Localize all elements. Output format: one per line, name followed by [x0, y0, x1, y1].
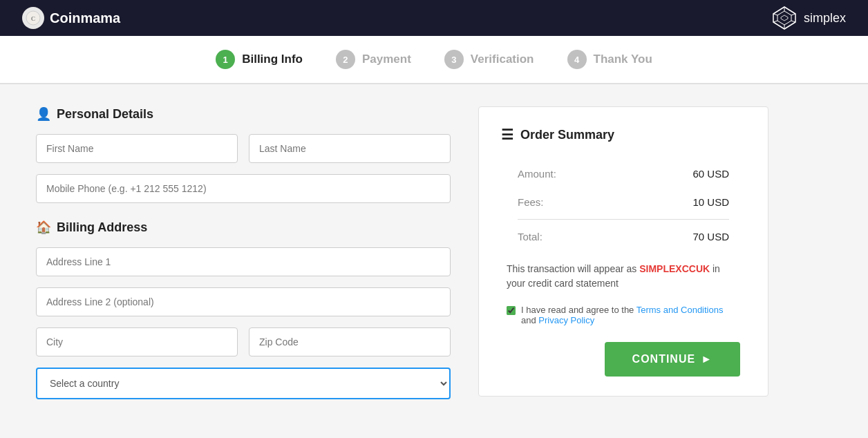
terms-link[interactable]: Terms and Conditions: [636, 305, 724, 315]
header: C Coinmama simplex: [0, 0, 868, 36]
amount-value: 60 USD: [692, 168, 729, 180]
step-2-label: Payment: [362, 53, 411, 66]
svg-text:C: C: [31, 15, 36, 22]
terms-pre: I have read and agree to the: [521, 305, 636, 315]
city-input[interactable]: [36, 327, 238, 356]
country-row: Select a country: [36, 368, 451, 399]
continue-arrow-icon: ►: [701, 353, 713, 365]
fees-row: Fees: 10 USD: [501, 188, 746, 216]
left-column: 👤 Personal Details 🏠 Billing Address: [36, 106, 478, 410]
continue-label: CONTINUE: [632, 353, 696, 365]
mobile-input[interactable]: [36, 174, 451, 203]
coinmama-logo: C Coinmama: [22, 7, 120, 29]
svg-marker-3: [777, 11, 791, 25]
simplex-logo: simplex: [771, 4, 846, 32]
terms-and: and: [521, 315, 538, 325]
step-4-label: Thank You: [594, 53, 652, 66]
step-1-circle: 1: [216, 50, 235, 69]
name-row: [36, 134, 451, 163]
order-icon: ☰: [501, 126, 513, 143]
personal-details-section: 👤 Personal Details: [36, 106, 451, 122]
order-divider: [518, 219, 729, 220]
step-payment: 2 Payment: [336, 50, 411, 69]
step-verification: 3 Verification: [444, 50, 534, 69]
step-billing-info: 1 Billing Info: [216, 50, 303, 69]
billing-address-section: 🏠 Billing Address Select a country: [36, 220, 451, 399]
simplex-icon: [771, 4, 798, 32]
right-column: ☰ Order Summary Amount: 60 USD Fees: 10 …: [478, 106, 768, 397]
svg-line-6: [791, 14, 795, 15]
order-summary-title: Order Summary: [520, 128, 614, 142]
total-label: Total:: [518, 231, 542, 242]
address2-input[interactable]: [36, 287, 451, 316]
fees-label: Fees:: [518, 196, 544, 208]
merchant-name: SIMPLEXCCUK: [639, 263, 710, 274]
billing-address-title: Billing Address: [57, 220, 147, 235]
personal-details-title: Personal Details: [57, 107, 153, 122]
svg-marker-4: [781, 15, 788, 21]
svg-line-10: [773, 14, 777, 15]
last-name-input[interactable]: [249, 134, 451, 163]
step-2-circle: 2: [336, 50, 355, 69]
simplex-brand-label: simplex: [804, 11, 846, 26]
coinmama-icon: C: [22, 7, 44, 29]
coinmama-brand-label: Coinmama: [50, 10, 120, 26]
step-3-label: Verification: [471, 53, 534, 66]
terms-checkbox[interactable]: [507, 306, 516, 315]
address2-row: [36, 287, 451, 316]
svg-line-7: [791, 21, 795, 22]
address1-input[interactable]: [36, 247, 451, 276]
terms-row: I have read and agree to the Terms and C…: [501, 299, 746, 336]
step-thank-you: 4 Thank You: [567, 50, 652, 69]
step-4-circle: 4: [567, 50, 587, 69]
progress-steps: 1 Billing Info 2 Payment 3 Verification …: [0, 36, 868, 84]
credit-card-pre: This transaction will appear as: [507, 263, 639, 274]
country-select[interactable]: Select a country: [36, 368, 451, 399]
home-icon: 🏠: [36, 220, 51, 235]
address1-row: [36, 247, 451, 276]
main-content: 👤 Personal Details 🏠 Billing Address: [19, 84, 849, 432]
first-name-input[interactable]: [36, 134, 238, 163]
continue-button[interactable]: CONTINUE ►: [605, 342, 740, 377]
person-icon: 👤: [36, 106, 51, 122]
total-value: 70 USD: [692, 231, 729, 242]
total-row: Total: 70 USD: [501, 222, 746, 251]
mobile-row: [36, 174, 451, 203]
step-1-label: Billing Info: [242, 53, 303, 66]
svg-line-9: [773, 21, 777, 22]
privacy-link[interactable]: Privacy Policy: [538, 315, 594, 325]
order-summary-header: ☰ Order Summary: [501, 126, 746, 143]
fees-value: 10 USD: [692, 196, 729, 208]
credit-card-notice: This transaction will appear as SIMPLEXC…: [501, 251, 746, 299]
step-3-circle: 3: [444, 50, 464, 69]
amount-label: Amount:: [518, 168, 556, 180]
city-zip-row: [36, 327, 451, 356]
continue-section: CONTINUE ►: [501, 336, 746, 377]
zip-input[interactable]: [249, 327, 451, 356]
amount-row: Amount: 60 USD: [501, 160, 746, 188]
